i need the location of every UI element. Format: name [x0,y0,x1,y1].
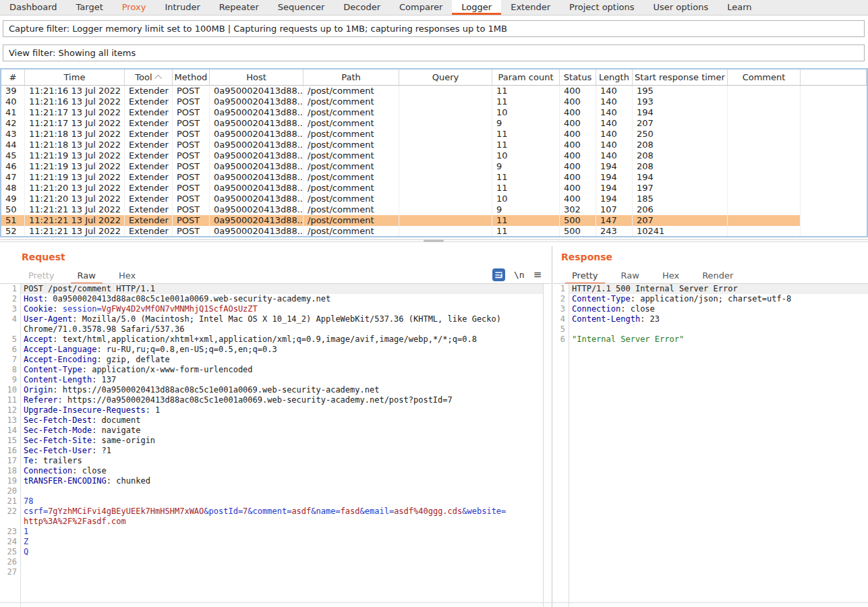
response-tab-hex[interactable]: Hex [653,268,689,283]
table-cell: 11:21:21 13 Jul 2022 [25,204,125,215]
capture-filter-bar[interactable]: Capture filter: Logger memory limit set … [3,20,865,37]
table-cell: 11 [492,172,560,183]
line-number: 23 [0,527,20,537]
table-row[interactable]: 4011:21:16 13 Jul 2022ExtenderPOST0a9500… [1,96,867,107]
splitter-grip[interactable] [424,239,444,242]
table-row[interactable]: 4711:21:19 13 Jul 2022ExtenderPOST0a9500… [1,172,867,183]
horizontal-splitter[interactable] [0,237,868,246]
table-cell: /post/comment [303,226,399,237]
table-cell: 147 [596,215,633,226]
table-cell-filler [801,150,867,161]
nav-tab-extender[interactable]: Extender [501,0,560,15]
column-header-param-count[interactable]: Param count [492,69,560,85]
nav-tab-dashboard[interactable]: Dashboard [0,0,67,15]
sort-ascending-icon [154,74,162,82]
response-view-tabs: PrettyRawHexRender [562,267,747,283]
column-header-length[interactable]: Length [596,69,633,85]
editor-line: 2Host: 0a9500020413d88ac08c5c1e001a0069.… [0,294,543,304]
table-row[interactable]: 4411:21:18 13 Jul 2022ExtenderPOST0a9500… [1,140,867,150]
column-header-host[interactable]: Host [210,69,303,85]
line-number: 2 [553,294,569,304]
editor-menu-icon[interactable]: ≡ [533,268,542,281]
table-cell: 11:21:17 13 Jul 2022 [25,107,125,118]
line-number: 8 [0,365,20,375]
table-row[interactable]: 4811:21:20 13 Jul 2022ExtenderPOST0a9500… [1,183,867,194]
column-header--[interactable]: # [1,69,25,85]
request-tab-raw[interactable]: Raw [68,268,105,283]
request-editor[interactable]: 1POST /post/comment HTTP/1.12Host: 0a950… [0,284,544,607]
table-row[interactable]: 4111:21:17 13 Jul 2022ExtenderPOST0a9500… [1,107,867,118]
table-cell: POST [173,150,210,161]
column-header-tool[interactable]: Tool [125,69,173,85]
table-row[interactable]: 4511:21:19 13 Jul 2022ExtenderPOST0a9500… [1,150,867,161]
request-tab-hex[interactable]: Hex [109,268,145,283]
table-cell [728,86,801,96]
table-cell: 11:21:19 13 Jul 2022 [25,161,125,172]
table-cell: 51 [1,215,25,226]
column-header-start-response-timer[interactable]: Start response timer [633,69,728,85]
table-cell: 302 [560,204,596,215]
table-cell: 197 [633,183,728,194]
nav-tab-logger[interactable]: Logger [452,0,501,15]
response-tab-raw[interactable]: Raw [612,268,649,283]
response-tab-render[interactable]: Render [693,268,743,283]
vertical-splitter[interactable] [552,246,552,607]
table-row[interactable]: 5011:21:21 13 Jul 2022ExtenderPOST0a9500… [1,204,867,215]
editor-line: 5Accept: text/html,application/xhtml+xml… [0,335,543,345]
table-cell: Extender [125,96,173,107]
table-row[interactable]: 3911:21:16 13 Jul 2022ExtenderPOST0a9500… [1,86,867,96]
nav-tab-project-options[interactable]: Project options [560,0,644,15]
line-number: 9 [0,375,20,385]
table-cell [399,161,492,172]
table-row[interactable]: 4611:21:19 13 Jul 2022ExtenderPOST0a9500… [1,161,867,172]
editor-line: 26 [0,557,543,567]
line-content: Sec-Fetch-Dest: document [20,415,543,426]
nav-tab-learn[interactable]: Learn [718,0,761,15]
column-header-time[interactable]: Time [25,69,125,85]
response-tab-pretty[interactable]: Pretty [562,268,608,283]
line-content [569,324,868,335]
logger-entries-table[interactable]: #TimeToolMethodHostPathQueryParam countS… [0,68,868,237]
table-row[interactable]: 5211:21:21 13 Jul 2022ExtenderPOST0a9500… [1,226,867,237]
line-content: Content-Length: 23 [569,314,868,324]
table-cell: 10 [492,194,560,204]
view-filter-bar[interactable]: View filter: Showing all items [3,45,865,61]
table-cell: 140 [596,129,633,140]
response-editor[interactable]: 1HTTP/1.1 500 Internal Server Error2Cont… [553,284,868,607]
nav-tab-proxy[interactable]: Proxy [113,0,156,15]
nav-tab-comparer[interactable]: Comparer [390,0,452,15]
line-number: 5 [553,324,569,335]
request-tab-pretty[interactable]: Pretty [19,268,64,283]
panel-bottom-divider [0,602,868,603]
nav-tab-user-options[interactable]: User options [644,0,718,15]
nav-tab-intruder[interactable]: Intruder [155,0,209,15]
table-cell: 43 [1,129,25,140]
nav-tab-repeater[interactable]: Repeater [210,0,268,15]
table-cell: 44 [1,140,25,150]
table-cell: 41 [1,107,25,118]
table-cell: 193 [633,96,728,107]
line-number: 19 [0,476,20,486]
table-cell: 52 [1,226,25,237]
table-row[interactable]: 4211:21:17 13 Jul 2022ExtenderPOST0a9500… [1,118,867,129]
table-cell: 0a9500020413d88... [210,140,303,150]
nav-tab-decoder[interactable]: Decoder [334,0,390,15]
column-header-query[interactable]: Query [399,69,492,85]
table-row[interactable]: 5111:21:21 13 Jul 2022ExtenderPOST0a9500… [1,215,867,226]
table-cell-filler [801,215,867,226]
column-header-method[interactable]: Method [173,69,210,85]
nav-tab-sequencer[interactable]: Sequencer [268,0,334,15]
table-cell: Extender [125,150,173,161]
column-header-comment[interactable]: Comment [728,69,801,85]
newline-toggle-icon[interactable]: \n [514,270,525,280]
editor-line: 9Content-Length: 137 [0,375,543,385]
table-row[interactable]: 4311:21:18 13 Jul 2022ExtenderPOST0a9500… [1,129,867,140]
column-header-path[interactable]: Path [303,69,399,85]
nav-tab-target[interactable]: Target [67,0,113,15]
table-cell: 0a9500020413d88... [210,150,303,161]
table-row[interactable]: 4911:21:20 13 Jul 2022ExtenderPOST0a9500… [1,194,867,204]
pretty-print-icon[interactable] [492,268,505,281]
column-header-status[interactable]: Status [560,69,596,85]
table-cell: 140 [596,150,633,161]
table-cell: 11:21:20 13 Jul 2022 [25,194,125,204]
